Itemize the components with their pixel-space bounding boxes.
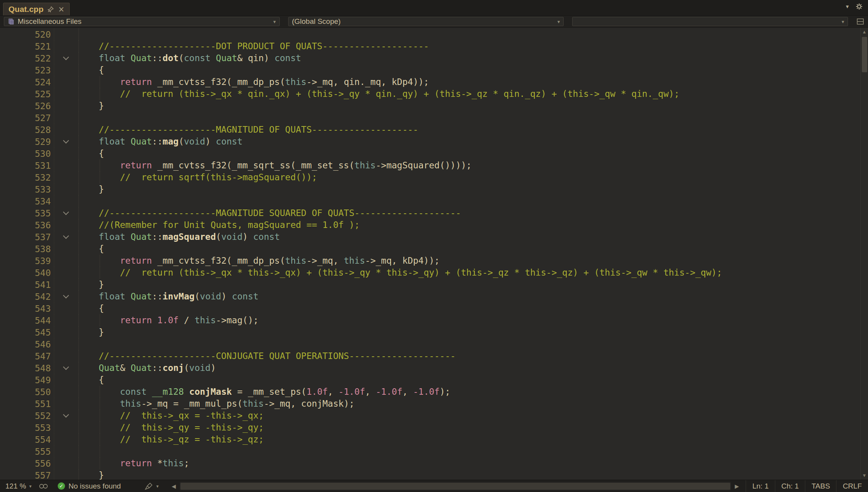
code-token: return	[77, 160, 152, 170]
code-token: (	[179, 53, 184, 63]
code-line[interactable]: //--------------------DOT PRODUCT OF QUA…	[77, 40, 860, 52]
options-gear-icon[interactable]	[856, 3, 863, 10]
indent-guide	[78, 386, 79, 398]
code-line[interactable]: // return sqrtf(this->magSquared());	[77, 171, 860, 183]
code-token: )	[205, 136, 216, 146]
code-line[interactable]: }	[77, 469, 860, 480]
code-token: mag	[163, 136, 179, 146]
code-editor[interactable]: 5205215225235245255265275285295305315325…	[0, 28, 868, 480]
code-line[interactable]	[77, 195, 860, 207]
fold-margin	[54, 88, 77, 100]
gutter-row: 535	[0, 207, 77, 219]
code-line[interactable]	[77, 112, 860, 124]
code-line[interactable]: }	[77, 279, 860, 291]
code-token: }	[77, 470, 104, 480]
code-token: void	[200, 291, 221, 301]
status-indent-mode[interactable]: TABS	[805, 480, 836, 492]
scope-dropdown[interactable]: (Global Scope) ▾	[288, 17, 564, 26]
code-line[interactable]	[77, 445, 860, 457]
fold-chevron-icon[interactable]	[63, 412, 69, 418]
code-line[interactable]: //--------------------MAGNITUDE SQUARED …	[77, 207, 860, 219]
fold-margin[interactable]	[54, 136, 77, 148]
scroll-left-icon[interactable]: ◀	[168, 483, 180, 489]
code-line[interactable]: {	[77, 303, 860, 314]
copilot-icon[interactable]	[38, 483, 48, 490]
code-line[interactable]: {	[77, 374, 860, 386]
code-token: Quat	[130, 53, 152, 63]
vertical-scrollbar[interactable]: ▲ ▼	[860, 28, 868, 480]
scroll-up-icon[interactable]: ▲	[862, 28, 867, 36]
fold-chevron-icon[interactable]	[63, 293, 69, 299]
horizontal-scrollbar[interactable]	[180, 482, 731, 490]
window-list-chevron-icon[interactable]: ▾	[846, 3, 849, 10]
line-number: 557	[0, 470, 51, 480]
zoom-caret-icon[interactable]: ▾	[29, 484, 32, 489]
code-line[interactable]: float Quat::invMag(void) const	[77, 291, 860, 303]
pin-icon[interactable]	[47, 6, 54, 13]
code-line[interactable]: float Quat::dot(const Quat& qin) const	[77, 52, 860, 64]
code-cleanup-button[interactable]: ▾	[145, 482, 159, 490]
code-line[interactable]: this->_mq = _mm_mul_ps(this->_mq, conjMa…	[77, 398, 860, 410]
close-icon[interactable]: ×	[58, 5, 64, 14]
fold-margin[interactable]	[54, 52, 77, 64]
code-line[interactable]: return _mm_cvtss_f32(_mm_dp_ps(this->_mq…	[77, 76, 860, 88]
code-line[interactable]: {	[77, 64, 860, 76]
code-line[interactable]: return 1.0f / this->mag();	[77, 314, 860, 326]
horizontal-scrollbar-thumb[interactable]	[180, 483, 730, 490]
code-token: }	[77, 327, 104, 337]
chevron-down-icon[interactable]: ▾	[558, 19, 560, 25]
chevron-down-icon[interactable]: ▾	[841, 19, 844, 25]
fold-margin[interactable]	[54, 207, 77, 219]
code-line[interactable]: // this->_qx = -this->_qx;	[77, 410, 860, 422]
code-line[interactable]: Quat& Quat::conj(void)	[77, 362, 860, 374]
code-line[interactable]: return _mm_cvtss_f32(_mm_sqrt_ss(_mm_set…	[77, 160, 860, 171]
line-number: 520	[0, 30, 51, 40]
code-token: (	[184, 363, 189, 373]
code-line[interactable]: //--------------------MAGNITUDE OF QUATS…	[77, 124, 860, 136]
code-line[interactable]: // return (this->_qx * qin._qx) + (this-…	[77, 88, 860, 100]
code-line[interactable]: {	[77, 148, 860, 160]
code-line[interactable]: float Quat::magSquared(void) const	[77, 231, 860, 243]
code-line[interactable]: // this->_qy = -this->_qy;	[77, 422, 860, 434]
scroll-down-icon[interactable]: ▼	[862, 471, 867, 480]
member-dropdown[interactable]: ▾	[572, 17, 848, 26]
code-line[interactable]: //--------------------CONJUGATE QUAT OPE…	[77, 350, 860, 362]
code-line[interactable]: float Quat::mag(void) const	[77, 136, 860, 148]
fold-margin[interactable]	[54, 410, 77, 422]
fold-margin[interactable]	[54, 291, 77, 303]
code-line[interactable]: // return (this->_qx * this->_qx) + (thi…	[77, 267, 860, 279]
fold-chevron-icon[interactable]	[63, 138, 69, 144]
tab-quat-cpp[interactable]: Quat.cpp ×	[3, 3, 70, 15]
code-line[interactable]: }	[77, 326, 860, 338]
indent-guide	[100, 255, 100, 267]
split-editor-icon[interactable]	[856, 18, 864, 25]
code-token: Quat	[216, 53, 237, 63]
code-line[interactable]	[77, 28, 860, 40]
code-token: const	[232, 291, 259, 301]
project-dropdown[interactable]: Miscellaneous Files ▾	[4, 17, 280, 26]
zoom-level[interactable]: 121 %	[5, 482, 26, 490]
fold-margin[interactable]	[54, 231, 77, 243]
line-number: 541	[0, 280, 51, 290]
chevron-down-icon[interactable]: ▾	[273, 19, 276, 25]
code-line[interactable]: return _mm_cvtss_f32(_mm_dp_ps(this->_mq…	[77, 255, 860, 267]
fold-chevron-icon[interactable]	[63, 233, 69, 239]
code-line[interactable]: {	[77, 243, 860, 255]
document-health[interactable]: ✓ No issues found	[58, 482, 121, 490]
fold-chevron-icon[interactable]	[63, 54, 69, 60]
code-line[interactable]: const __m128 conjMask = _mm_set_ps(1.0f,…	[77, 386, 860, 398]
fold-margin[interactable]	[54, 362, 77, 374]
status-eol[interactable]: CRLF	[836, 480, 868, 492]
code-line[interactable]	[77, 338, 860, 350]
code-line[interactable]: }	[77, 100, 860, 112]
code-lines[interactable]: //--------------------DOT PRODUCT OF QUA…	[77, 28, 860, 480]
code-line[interactable]: }	[77, 183, 860, 195]
code-line[interactable]: return *this;	[77, 457, 860, 469]
code-line[interactable]: //(Remember for Unit Quats, magSquared =…	[77, 219, 860, 231]
code-line[interactable]: // this->_qz = -this->_qz;	[77, 434, 860, 445]
vertical-scrollbar-thumb[interactable]	[862, 37, 867, 72]
scroll-right-icon[interactable]: ▶	[731, 483, 743, 489]
fold-chevron-icon[interactable]	[63, 364, 69, 370]
gutter-row: 537	[0, 231, 77, 243]
fold-chevron-icon[interactable]	[63, 209, 69, 215]
